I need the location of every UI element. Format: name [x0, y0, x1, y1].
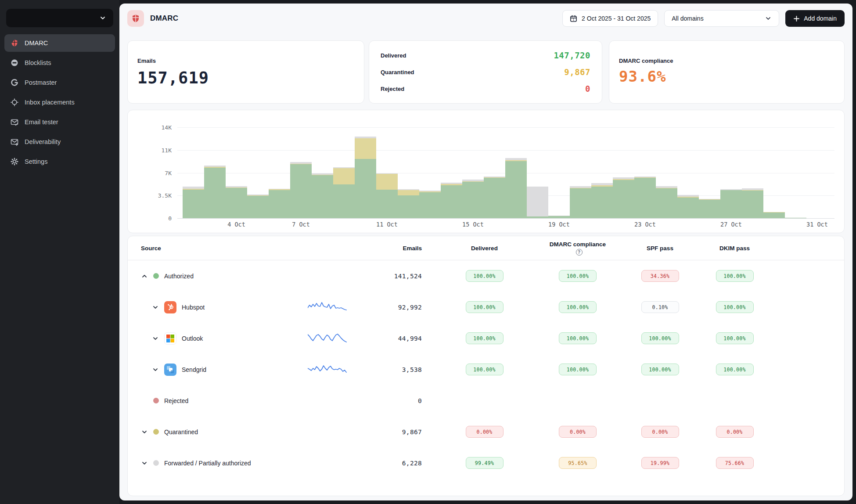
compliance-value: 93.6%: [619, 68, 834, 85]
help-icon[interactable]: ?: [576, 249, 583, 256]
bar-22-oct[interactable]: [613, 177, 634, 218]
bar-19-oct[interactable]: [548, 216, 570, 218]
bar-13-oct[interactable]: [419, 191, 441, 218]
bar-17-oct[interactable]: [505, 158, 527, 218]
plus-icon: [793, 15, 800, 22]
bar-series: [183, 127, 828, 218]
breakdown-value: 147,720: [554, 50, 590, 60]
emails-value: 44,994: [374, 335, 422, 342]
bar-segment: [398, 190, 419, 195]
bar-segment: [247, 196, 269, 218]
breakdown-row-quarantined: Quarantined9,867: [381, 67, 590, 77]
shield-icon: [131, 14, 140, 23]
y-axis-tick: 0: [134, 215, 172, 222]
chevron-down-icon[interactable]: [141, 428, 148, 436]
metric-cell: 19.99%: [608, 457, 712, 469]
bar-segment: [333, 168, 355, 184]
source-label: Authorized: [164, 273, 194, 280]
bar-18-oct[interactable]: [527, 187, 548, 218]
add-domain-button[interactable]: Add domain: [785, 10, 845, 27]
date-range-picker[interactable]: 1 2 Oct 2025 - 31 Oct 2025: [562, 10, 658, 27]
gear-icon: [10, 157, 19, 166]
bar-27-oct[interactable]: [720, 189, 742, 218]
bar-segment: [699, 200, 720, 218]
bar-26-oct[interactable]: [699, 199, 720, 218]
gridline: [177, 218, 834, 219]
breakdown-label: Quarantined: [381, 69, 414, 76]
metric-cell: 100.00%: [608, 364, 712, 375]
sidebar-item-label: Settings: [25, 158, 47, 165]
emails-value: 9,867: [374, 428, 422, 436]
breakdown-label: Delivered: [381, 52, 406, 59]
bar-segment: [226, 188, 247, 218]
percentage-badge: 34.36%: [641, 270, 679, 282]
bar-4-oct[interactable]: [226, 186, 247, 218]
calendar-icon: 1: [570, 15, 577, 22]
bar-2-oct[interactable]: [183, 187, 204, 218]
sidebar: DMARCBlocklistsPostmasterInbox placement…: [0, 0, 119, 504]
percentage-badge: 100.00%: [716, 332, 754, 344]
chevron-down-icon[interactable]: [152, 335, 159, 342]
bar-16-oct[interactable]: [484, 176, 505, 218]
sidebar-item-label: Email tester: [25, 119, 58, 126]
sidebar-item-inbox-placements[interactable]: Inbox placements: [4, 94, 115, 111]
sidebar-item-settings[interactable]: Settings: [4, 153, 115, 170]
bar-9-oct[interactable]: [333, 167, 355, 218]
emails-value: 92,992: [374, 304, 422, 311]
column-header-spf-pass: SPF pass: [608, 245, 712, 252]
metric-cell: 100.00%: [422, 364, 547, 375]
percentage-badge: 100.00%: [641, 364, 679, 375]
bar-11-oct[interactable]: [376, 173, 398, 218]
bar-segment: [677, 198, 699, 218]
chevron-up-icon[interactable]: [141, 273, 148, 280]
workspace-selector[interactable]: [6, 9, 113, 27]
bar-15-oct[interactable]: [462, 180, 484, 218]
sidebar-item-email-tester[interactable]: Email tester: [4, 113, 115, 131]
bar-28-oct[interactable]: [742, 188, 763, 218]
metric-cell: 0.10%: [608, 301, 712, 313]
bar-10-oct[interactable]: [355, 137, 376, 218]
bar-25-oct[interactable]: [677, 195, 699, 218]
bar-14-oct[interactable]: [441, 183, 462, 218]
chevron-down-icon[interactable]: [152, 304, 159, 311]
sidebar-item-label: Inbox placements: [25, 99, 75, 106]
sidebar-item-label: DMARC: [25, 40, 48, 47]
bar-segment: [720, 190, 742, 218]
metric-cell: 100.00%: [547, 301, 608, 313]
bar-29-oct[interactable]: [763, 212, 785, 218]
domain-filter-select[interactable]: All domains: [664, 10, 779, 27]
bar-8-oct[interactable]: [312, 173, 333, 218]
sidebar-item-postmaster[interactable]: Postmaster: [4, 74, 115, 91]
category-dot: [153, 429, 159, 435]
sidebar-item-blocklists[interactable]: Blocklists: [4, 54, 115, 72]
sidebar-item-deliverability[interactable]: Deliverability: [4, 133, 115, 151]
bar-5-oct[interactable]: [247, 194, 269, 218]
bar-7-oct[interactable]: [290, 162, 312, 218]
chevron-down-icon[interactable]: [152, 366, 159, 373]
block-icon: [10, 58, 19, 67]
bar-30-oct[interactable]: [785, 218, 806, 218]
chevron-down-icon: [765, 15, 772, 22]
bar-23-oct[interactable]: [634, 176, 656, 218]
bar-21-oct[interactable]: [591, 183, 613, 218]
percentage-badge: 0.00%: [559, 426, 597, 438]
bar-segment: [376, 190, 398, 218]
column-header-emails: Emails: [374, 245, 422, 252]
shield-icon: [10, 39, 19, 47]
metric-cell: 100.00%: [547, 270, 608, 282]
bar-20-oct[interactable]: [570, 186, 591, 218]
bar-3-oct[interactable]: [204, 166, 226, 218]
bar-24-oct[interactable]: [656, 186, 677, 218]
mail-check-icon: [10, 118, 19, 126]
column-header-source: Source: [141, 245, 374, 252]
source-label: Forwarded / Partially authorized: [164, 460, 251, 467]
metric-cell: 75.66%: [712, 457, 758, 469]
bar-12-oct[interactable]: [398, 189, 419, 218]
sidebar-item-dmarc[interactable]: DMARC: [4, 34, 115, 52]
chevron-down-icon[interactable]: [141, 460, 148, 467]
bar-6-oct[interactable]: [269, 189, 290, 218]
sparkline-chart: [308, 300, 348, 315]
metric-cell: 34.36%: [608, 270, 712, 282]
source-label: Rejected: [164, 397, 188, 404]
percentage-badge: 0.00%: [466, 426, 504, 438]
